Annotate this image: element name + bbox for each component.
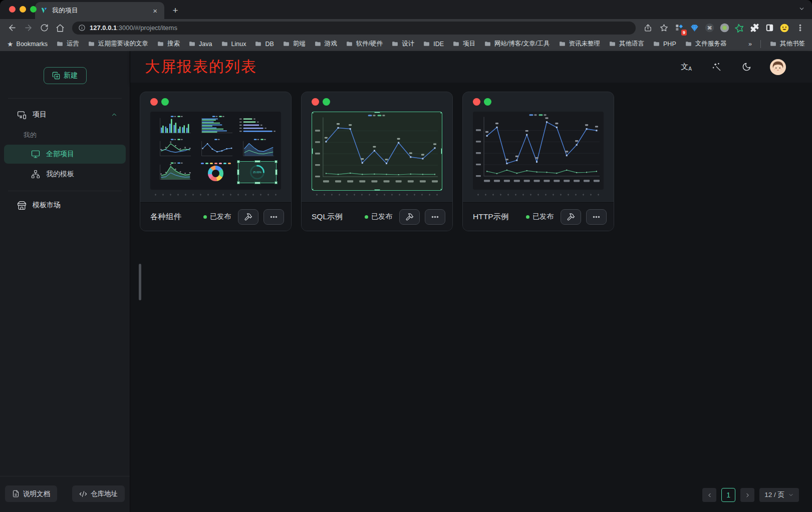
bookmark-folder[interactable]: 搜索 <box>157 40 180 48</box>
sidebar-item-template-market[interactable]: 模板市场 <box>0 194 130 216</box>
home-button[interactable] <box>53 21 67 35</box>
site-info-icon[interactable] <box>78 24 86 32</box>
selection-handle[interactable] <box>237 160 240 163</box>
project-card[interactable]: HTTP示例 已发布 <box>462 92 614 231</box>
selection-handle[interactable] <box>254 160 260 163</box>
extension-command-icon[interactable]: ⌘ <box>703 22 716 35</box>
folder-icon <box>484 41 491 47</box>
folder-icon <box>346 41 353 47</box>
selection-handle[interactable] <box>237 181 240 184</box>
prev-page-button[interactable] <box>702 488 716 502</box>
back-button[interactable] <box>5 21 19 35</box>
bookmarks-overflow-chevron[interactable]: » <box>748 41 752 48</box>
bookmark-folder[interactable]: 近期需要读的文章 <box>88 40 148 48</box>
dark-mode-moon-icon[interactable] <box>740 61 753 74</box>
sidebar-item-my-templates[interactable]: 我的模板 <box>4 165 126 184</box>
dotted-separator <box>313 194 441 196</box>
bookmark-folder[interactable]: 游戏 <box>314 40 337 48</box>
extension-darkmode-icon[interactable] <box>763 22 776 35</box>
bookmark-folder[interactable]: 文件服务器 <box>685 40 727 48</box>
selection-handle[interactable] <box>440 189 442 191</box>
project-card[interactable]: 25.00% 各种组件 已发布 <box>140 92 292 231</box>
bookmark-folder[interactable]: Linux <box>221 41 246 48</box>
edit-project-button[interactable] <box>399 209 420 225</box>
tab-overflow-chevron-icon[interactable] <box>798 5 805 14</box>
bookmark-folder[interactable]: 前端 <box>283 40 306 48</box>
page-title: 大屏报表的列表 <box>145 57 680 77</box>
extension-emoji-icon[interactable] <box>778 22 791 35</box>
selection-handle[interactable] <box>312 189 314 191</box>
selection-handle[interactable] <box>254 182 260 184</box>
sidebar-footer-divider <box>0 476 130 476</box>
bookmark-folder[interactable]: 设计 <box>391 40 414 48</box>
project-thumbnail[interactable] <box>312 112 442 191</box>
mini-progress-ring: 25.00% <box>238 162 276 183</box>
bookmark-folder[interactable]: 项目 <box>452 40 475 48</box>
bookmark-folder[interactable]: 资讯未整理 <box>559 40 601 48</box>
bookmark-folder[interactable]: DB <box>254 41 274 48</box>
project-thumbnail[interactable]: 25.00% <box>150 112 281 190</box>
project-thumbnail[interactable] <box>473 112 604 190</box>
bookmark-folder[interactable]: IDE <box>423 41 444 48</box>
selection-handle[interactable] <box>275 169 278 175</box>
more-actions-button[interactable] <box>263 209 284 225</box>
project-card[interactable]: SQL示例 已发布 <box>301 92 453 231</box>
ellipsis-icon <box>592 213 601 221</box>
language-icon[interactable]: 文A <box>680 61 693 74</box>
user-avatar[interactable] <box>770 59 786 75</box>
mac-minimize-button[interactable] <box>20 6 26 13</box>
extension-gem-icon[interactable] <box>688 22 701 35</box>
reload-button[interactable] <box>37 21 51 35</box>
share-icon[interactable] <box>641 21 655 35</box>
bookmark-folder[interactable]: 其他语言 <box>609 40 644 48</box>
sidebar-item-all-projects[interactable]: 全部项目 <box>4 145 126 164</box>
selection-handle[interactable] <box>275 181 278 184</box>
mac-close-button[interactable] <box>9 6 16 13</box>
chevron-up-icon[interactable] <box>111 111 118 118</box>
selection-handle[interactable] <box>312 112 314 114</box>
selection-handle[interactable] <box>312 148 313 154</box>
bookmark-folder[interactable]: 运营 <box>56 40 79 48</box>
extension-record-icon[interactable] <box>718 22 731 35</box>
browser-tab[interactable]: 我的项目 × <box>35 2 164 19</box>
tab-close-icon[interactable]: × <box>151 6 159 16</box>
next-page-button[interactable] <box>740 488 754 502</box>
extension-star-icon[interactable] <box>733 22 746 35</box>
bookmark-folder[interactable]: 软件/硬件 <box>346 40 383 48</box>
extension-grid-icon[interactable]: 9 <box>673 22 686 35</box>
new-project-button[interactable]: 新建 <box>44 67 87 84</box>
bookmark-star-icon[interactable] <box>657 21 671 35</box>
bookmarks-manager[interactable]: ★ Bookmarks <box>7 40 48 48</box>
extensions-puzzle-icon[interactable] <box>748 22 761 35</box>
page-size-select[interactable]: 12 / 页 <box>759 488 799 502</box>
bookmark-folder[interactable]: PHP <box>653 41 676 48</box>
selection-handle[interactable] <box>441 148 442 154</box>
folder-icon <box>157 41 164 47</box>
address-bar[interactable]: 127.0.0.1:3000/#/project/items <box>72 22 636 35</box>
selection-handle[interactable] <box>440 112 442 114</box>
selection-handle[interactable] <box>374 189 380 191</box>
sidebar-section-project[interactable]: 项目 <box>0 104 130 126</box>
mac-zoom-button[interactable] <box>30 6 37 13</box>
more-actions-button[interactable] <box>425 209 445 225</box>
more-actions-button[interactable] <box>586 209 607 225</box>
selection-handle[interactable] <box>275 160 278 163</box>
current-page[interactable]: 1 <box>721 488 735 502</box>
donut-legend <box>201 163 231 164</box>
magic-wand-icon[interactable] <box>710 61 723 74</box>
selection-handle[interactable] <box>237 169 239 175</box>
browser-window: 我的项目 × + 127.0.0.1:3000/#/project/items <box>0 0 812 512</box>
docs-button[interactable]: 说明文档 <box>5 485 57 502</box>
edit-project-button[interactable] <box>561 209 581 225</box>
selection-handle[interactable] <box>374 112 380 113</box>
edit-project-button[interactable] <box>238 209 258 225</box>
other-bookmarks-folder[interactable]: 其他书签 <box>769 40 805 48</box>
bookmark-folder[interactable]: Java <box>188 41 212 48</box>
scrollbar-thumb[interactable] <box>139 264 141 300</box>
repo-button[interactable]: 仓库地址 <box>72 485 125 502</box>
browser-menu-icon[interactable] <box>793 21 807 35</box>
folder-icon <box>609 41 616 47</box>
bookmark-folder[interactable]: 网站/博客/文章/工具 <box>484 40 550 48</box>
new-tab-button[interactable]: + <box>168 4 182 18</box>
forward-button[interactable] <box>21 21 35 35</box>
